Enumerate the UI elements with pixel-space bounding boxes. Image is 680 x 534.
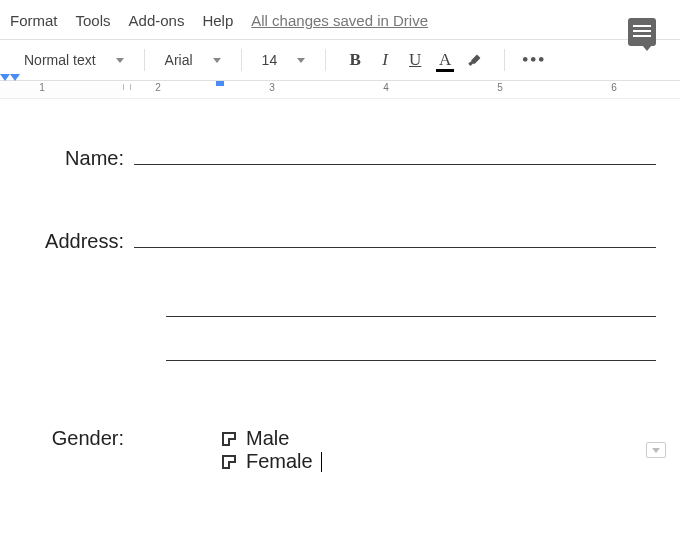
explore-button[interactable] xyxy=(646,442,666,458)
more-button[interactable]: ••• xyxy=(521,47,547,73)
ruler-tick-3: 3 xyxy=(269,82,275,93)
chevron-down-icon xyxy=(297,58,305,63)
menu-addons[interactable]: Add-ons xyxy=(129,12,185,29)
menu-tools[interactable]: Tools xyxy=(76,12,111,29)
right-indent-marker[interactable] xyxy=(10,74,20,92)
font-family-label: Arial xyxy=(165,52,193,68)
left-indent-marker[interactable] xyxy=(0,74,10,92)
toolbar: Normal text Arial 14 B I U A ••• xyxy=(0,39,680,81)
font-size-label: 14 xyxy=(262,52,278,68)
menu-bar: Format Tools Add-ons Help All changes sa… xyxy=(0,0,680,39)
font-size-dropdown[interactable]: 14 xyxy=(258,50,310,70)
highlight-button[interactable] xyxy=(462,47,488,73)
address-line-2 xyxy=(166,273,656,317)
gender-option-female: Female xyxy=(246,450,313,473)
document-page[interactable]: Name: Address: Gender: Male Female xyxy=(0,99,680,483)
first-line-indent-marker[interactable] xyxy=(216,81,224,86)
name-label: Name: xyxy=(30,147,130,170)
address-line-3 xyxy=(166,317,656,361)
paragraph-style-label: Normal text xyxy=(24,52,96,68)
italic-button[interactable]: I xyxy=(372,47,398,73)
name-line xyxy=(134,139,656,165)
paragraph-style-dropdown[interactable]: Normal text xyxy=(20,50,128,70)
ruler-tick-5: 5 xyxy=(497,82,503,93)
gender-label: Gender: xyxy=(30,427,130,450)
ruler-tick-6: 6 xyxy=(611,82,617,93)
checkbox-icon[interactable] xyxy=(222,432,236,446)
chevron-down-icon xyxy=(116,58,124,63)
text-cursor xyxy=(321,452,322,472)
chevron-down-icon xyxy=(652,448,660,453)
menu-help[interactable]: Help xyxy=(202,12,233,29)
address-line-1 xyxy=(134,222,656,248)
highlighter-icon xyxy=(466,51,484,69)
checkbox-icon[interactable] xyxy=(222,455,236,469)
ruler-tick-2: 2 xyxy=(155,82,161,93)
ruler-tick-1: 1 xyxy=(39,82,45,93)
chevron-down-icon xyxy=(213,58,221,63)
ruler[interactable]: 1 2 3 4 5 6 xyxy=(0,81,680,99)
comments-icon[interactable] xyxy=(628,18,656,46)
address-label: Address: xyxy=(30,230,130,253)
gender-option-male: Male xyxy=(246,427,289,450)
save-status[interactable]: All changes saved in Drive xyxy=(251,12,428,29)
text-color-button[interactable]: A xyxy=(432,47,458,73)
font-family-dropdown[interactable]: Arial xyxy=(161,50,225,70)
ruler-tick-4: 4 xyxy=(383,82,389,93)
menu-format[interactable]: Format xyxy=(10,12,58,29)
bold-button[interactable]: B xyxy=(342,47,368,73)
text-color-swatch xyxy=(436,69,454,72)
underline-button[interactable]: U xyxy=(402,47,428,73)
